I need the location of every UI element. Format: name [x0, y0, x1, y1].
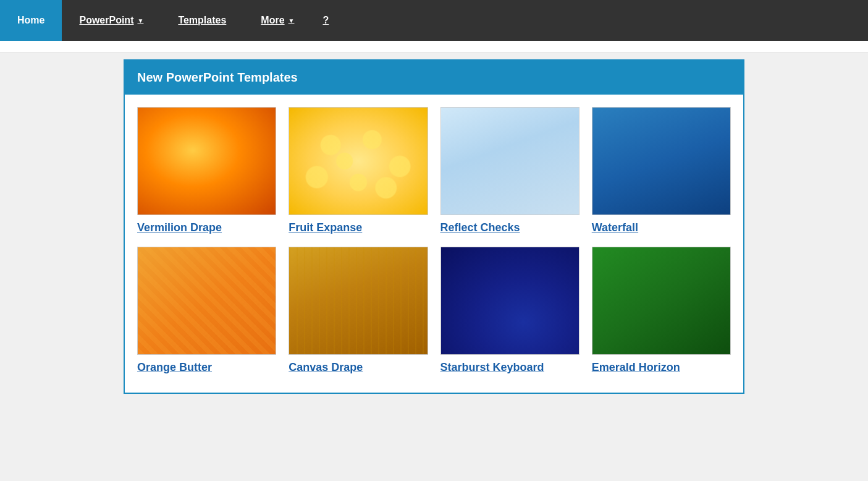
template-item-reflect-checks[interactable]: Reflect Checks [440, 107, 579, 234]
nav-powerpoint-label: PowerPoint [79, 15, 133, 26]
nav-templates-label: Templates [178, 15, 226, 26]
template-thumb-waterfall [592, 107, 731, 215]
navbar: Home PowerPoint ▼ Templates More ▼ ? [0, 0, 868, 41]
template-thumb-reflect-checks [440, 107, 579, 215]
template-label-fruit-expanse[interactable]: Fruit Expanse [289, 221, 362, 234]
template-label-waterfall[interactable]: Waterfall [592, 221, 638, 234]
chevron-down-icon: ▼ [289, 17, 295, 24]
nav-help-label: ? [322, 15, 329, 26]
nav-home-label: Home [17, 15, 44, 26]
section-title: New PowerPoint Templates [137, 70, 298, 84]
template-thumb-emerald-horizon [592, 247, 731, 355]
template-label-reflect-checks[interactable]: Reflect Checks [440, 221, 520, 234]
template-thumb-fruit-expanse [289, 107, 428, 215]
main-content: New PowerPoint Templates Vermilion Drape… [0, 53, 868, 412]
template-item-waterfall[interactable]: Waterfall [592, 107, 731, 234]
template-label-starburst-keyboard[interactable]: Starburst Keyboard [440, 361, 544, 374]
nav-home[interactable]: Home [0, 0, 62, 41]
nav-templates[interactable]: Templates [161, 0, 243, 41]
template-label-orange-butter[interactable]: Orange Butter [137, 361, 212, 374]
template-label-emerald-horizon[interactable]: Emerald Horizon [592, 361, 680, 374]
nav-powerpoint[interactable]: PowerPoint ▼ [62, 0, 161, 41]
template-thumb-starburst-keyboard [440, 247, 579, 355]
template-item-orange-butter[interactable]: Orange Butter [137, 247, 276, 374]
nav-more-label: More [261, 15, 284, 26]
template-thumb-canvas-drape [289, 247, 428, 355]
template-section: New PowerPoint Templates Vermilion Drape… [124, 59, 744, 394]
chevron-down-icon: ▼ [137, 17, 143, 24]
template-grid: Vermilion DrapeFruit ExpanseReflect Chec… [125, 95, 743, 393]
template-item-starburst-keyboard[interactable]: Starburst Keyboard [440, 247, 579, 374]
template-item-vermilion-drape[interactable]: Vermilion Drape [137, 107, 276, 234]
template-thumb-orange-butter [137, 247, 276, 355]
section-header: New PowerPoint Templates [125, 61, 743, 95]
template-label-canvas-drape[interactable]: Canvas Drape [289, 361, 363, 374]
scroll-hint-bar [0, 41, 868, 53]
nav-help[interactable]: ? [311, 0, 340, 41]
nav-more[interactable]: More ▼ [243, 0, 311, 41]
template-item-emerald-horizon[interactable]: Emerald Horizon [592, 247, 731, 374]
template-label-vermilion-drape[interactable]: Vermilion Drape [137, 221, 222, 234]
template-item-fruit-expanse[interactable]: Fruit Expanse [289, 107, 428, 234]
template-item-canvas-drape[interactable]: Canvas Drape [289, 247, 428, 374]
template-thumb-vermilion-drape [137, 107, 276, 215]
